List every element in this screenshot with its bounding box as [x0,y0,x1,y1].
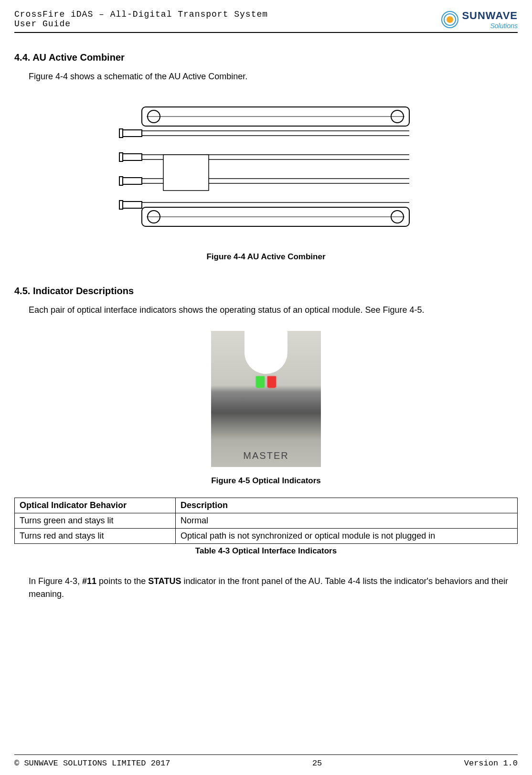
table-cell: Optical path is not synchronized or opti… [175,529,517,544]
text-bold: STATUS [148,576,181,586]
table-cell: Normal [175,513,517,529]
svg-rect-18 [163,155,209,191]
copyright: © SUNWAVE SOLUTIONS LIMITED 2017 [14,759,170,768]
table-header: Optical Indicator Behavior [15,498,176,513]
schematic-image [118,97,414,236]
table-cell: Turns green and stays lit [15,513,176,529]
indicator-photo: MASTER [211,331,321,467]
logo-sub: Solutions [462,22,518,30]
svg-rect-22 [119,153,123,161]
text-bold: #11 [82,576,96,586]
closing-text: In Figure 4-3, #11 points to the STATUS … [29,575,518,601]
figure-caption: Figure 4-4 AU Active Combiner [14,252,518,262]
svg-rect-25 [123,202,142,208]
table-cell: Turns red and stays lit [15,529,176,544]
indicator-table: Optical Indicator Behavior Description T… [14,498,518,544]
header-logo: SUNWAVE Solutions [440,10,518,30]
svg-rect-24 [119,177,123,185]
section-4-5: 4.5. Indicator Descriptions Each pair of… [14,286,518,601]
page-content: 4.4. AU Active Combiner Figure 4-4 shows… [14,33,518,601]
figure-caption: Figure 4-5 Optical Indicators [14,476,518,486]
body-text: Each pair of optical interface indicator… [29,304,518,317]
page-footer: © SUNWAVE SOLUTIONS LIMITED 2017 25 Vers… [14,754,518,768]
figure-4-5: MASTER Figure 4-5 Optical Indicators [14,331,518,486]
photo-label: MASTER [243,450,288,461]
section-heading: 4.4. AU Active Combiner [14,52,518,63]
section-heading: 4.5. Indicator Descriptions [14,286,518,297]
sun-icon [440,10,459,29]
table-row: Turns green and stays lit Normal [15,513,518,529]
table-row: Turns red and stays lit Optical path is … [15,529,518,544]
doc-subtitle: User Guide [14,19,268,29]
doc-title: CrossFire iDAS – All-Digital Transport S… [14,10,268,19]
svg-rect-19 [123,130,142,137]
logo-brand: SUNWAVE [462,10,518,22]
table-caption: Table 4-3 Optical Interface Indicators [14,546,518,556]
svg-point-0 [447,16,453,23]
header-title: CrossFire iDAS – All-Digital Transport S… [14,10,268,29]
section-4-4: 4.4. AU Active Combiner Figure 4-4 shows… [14,52,518,262]
version: Version 1.0 [464,759,518,768]
body-text: Figure 4-4 shows a schematic of the AU A… [29,70,518,83]
logo-text: SUNWAVE Solutions [462,10,518,30]
table-header: Description [175,498,517,513]
svg-rect-21 [123,154,142,160]
page-header: CrossFire iDAS – All-Digital Transport S… [14,10,518,33]
svg-rect-20 [119,129,123,138]
table-header-row: Optical Indicator Behavior Description [15,498,518,513]
page-number: 25 [312,759,322,768]
text-part: points to the [96,576,148,586]
text-part: In Figure 4-3, [29,576,82,586]
logo: SUNWAVE Solutions [440,10,518,30]
led-red-icon [267,376,276,388]
figure-4-4: Figure 4-4 AU Active Combiner [14,97,518,262]
svg-rect-26 [119,201,123,209]
led-indicators [256,376,276,388]
led-green-icon [256,376,265,388]
svg-rect-23 [123,178,142,184]
